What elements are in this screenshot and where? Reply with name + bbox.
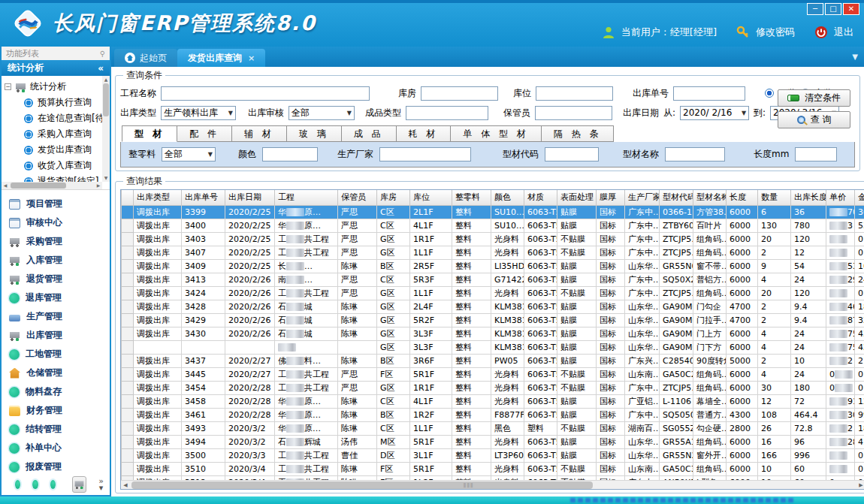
table-row[interactable]: 调拨出库34582020/2/28华原…陈琳C区4L1F整料光身料6063-T5… [122,394,864,408]
sidebar-item-项目管理[interactable]: 项目管理 [9,195,110,213]
table-row[interactable]: 调拨出库34932020/3/2华原…陈琳C区1L1F整料黑色塑料不贴膜国标湖南… [122,421,864,435]
sidebar-item-退货管理[interactable]: 退货管理 [9,270,110,288]
column-header[interactable]: 出库单号 [182,190,225,205]
tab-close-icon[interactable]: × [248,53,255,63]
row-header[interactable] [122,300,134,313]
row-header[interactable] [122,462,134,475]
table-row[interactable]: 调拨出库34942020/3/2石辉城汤伟M区5R1F整料光身料6063-T5贴… [122,435,864,448]
column-header[interactable]: 出库长度 [791,190,826,205]
column-header[interactable]: 颜色 [491,190,524,205]
table-row[interactable]: 调拨出库34242020/2/26工共工程严思G区1L1F整料光身料6063-T… [122,286,864,300]
profile-name-input[interactable] [665,147,725,161]
material-tab[interactable]: 配 件 [177,125,232,142]
column-header[interactable]: 出库日期 [225,190,275,205]
material-tab[interactable]: 辅 材 [232,125,287,142]
maximize-button[interactable]: □ [825,3,841,15]
row-header[interactable] [122,286,134,300]
table-row[interactable]: 调拨出库35002020/3/3工共工程曹佳D区3L1F整料LT3P606063… [122,448,864,462]
out-type-select[interactable]: 生产领料出库▼ [161,106,236,120]
logout-link[interactable]: 退出 [834,26,853,39]
close-button[interactable]: ✕ [843,3,859,15]
quick-module-icon[interactable] [15,480,20,489]
material-tab[interactable]: 成 品 [342,125,397,142]
radio-gongzhuang[interactable] [765,89,774,98]
scroll-down-icon[interactable]: ▼ [102,174,110,182]
out-audit-select[interactable]: 全部▼ [289,106,355,120]
tree-item[interactable]: 在途信息查询[待 [5,110,108,126]
row-header[interactable] [122,219,134,232]
product-type-input[interactable] [406,106,488,120]
table-row[interactable]: 调拨出库34282020/2/26石城陈琳G区2L4F整料KLM38176063… [122,300,864,313]
change-password-link[interactable]: 修改密码 [756,26,795,39]
material-tab[interactable]: 玻 璃 [287,125,342,142]
column-header[interactable]: 生产厂家 [625,190,660,205]
length-input[interactable] [795,147,837,161]
tree-item[interactable]: 收货入库查询 [5,158,108,174]
row-header[interactable] [122,354,134,367]
table-row[interactable]: G区3L3F整料KLM38176063-T5贴膜国标山东华…GA90M09…门下… [122,340,864,354]
location-input[interactable] [536,86,613,101]
material-tab[interactable]: 型 材 [122,125,177,142]
material-tab[interactable]: 单 体 型 材 [451,125,541,142]
sidebar-item-退库管理[interactable]: 退库管理 [9,288,110,307]
search-button[interactable]: 查 询 [778,111,850,128]
sidebar-item-出库管理[interactable]: 出库管理 [9,326,110,345]
color-input[interactable] [262,147,318,161]
scroll-right-icon[interactable]: ▶ [95,182,102,189]
table-row[interactable]: 调拨出库34002020/2/25华原…严思C区4L1F整料SU10…6063-… [122,219,864,232]
row-header[interactable] [122,381,134,394]
project-name-input[interactable] [161,86,370,101]
table-row[interactable]: 调拨出库34612020/2/28华原…陈琳B区1R2F整料F8877FT606… [122,408,864,421]
cart-module-button[interactable] [72,476,86,493]
sidebar-item-补单中心[interactable]: 补单中心 [9,439,110,457]
row-header[interactable] [122,435,134,448]
row-header[interactable] [122,340,134,354]
column-header[interactable]: 金 [855,190,864,205]
column-header[interactable]: 长度 [727,190,758,205]
tree-horizontal-scrollbar[interactable]: ◀ ▶ [2,182,102,189]
sidebar-item-入库管理[interactable]: 入库管理 [9,251,110,270]
column-header[interactable]: 保管员 [338,190,377,205]
tree-item[interactable]: 发货出库查询 [5,142,108,158]
row-header[interactable] [122,448,134,462]
table-row[interactable]: 调拨出库34092020/2/25长…陈琳B区2R5F整料LI35HD6063-… [122,259,864,273]
sidebar-item-采购管理[interactable]: 采购管理 [9,232,110,251]
scroll-left-icon[interactable]: ◀ [2,182,9,189]
section-header[interactable]: 统计分析 « [2,60,110,76]
column-header[interactable]: 表面处理 [557,190,597,205]
column-header[interactable]: 库位 [410,190,452,205]
column-header[interactable]: 数量 [758,190,791,205]
tree-root-node[interactable]: − 统计分析 [5,79,108,95]
sidebar-item-仓储管理[interactable]: 仓储管理 [9,364,110,382]
row-header[interactable] [122,232,134,246]
table-row[interactable]: 调拨出库35102020/3/4工共工程陈琳F区5R1F整料光身料6063-T5… [122,462,864,475]
keeper-input[interactable] [535,106,612,120]
row-header[interactable] [122,246,134,259]
column-header[interactable]: 整零料 [452,190,491,205]
sidebar-item-财务管理[interactable]: 财务管理 [9,401,110,420]
more-modules-button[interactable]: »▾ [98,478,104,491]
row-header[interactable] [122,313,134,327]
quick-module-icon[interactable] [32,480,38,489]
row-header[interactable] [122,327,134,340]
column-header[interactable]: 型材名称 [693,190,727,205]
row-header[interactable] [122,259,134,273]
row-header[interactable] [122,394,134,408]
grid-horizontal-scrollbar[interactable]: ◀ ⦀⦀⦀ ▶ [121,480,864,489]
row-header[interactable] [122,205,134,219]
tree-item[interactable]: 采购入库查询 [5,126,108,142]
column-header[interactable]: 单价 [826,190,855,205]
row-header[interactable] [122,421,134,435]
warehouse-input[interactable] [421,86,498,101]
scroll-left-icon[interactable]: ◀ [121,481,130,490]
table-row[interactable]: 调拨出库34302020/2/26石城陈琳G区3L3F整料KLM38176063… [122,327,864,340]
row-header[interactable] [122,367,134,381]
scroll-right-icon[interactable]: ▶ [856,481,864,490]
maker-input[interactable] [379,147,471,161]
column-header[interactable]: 膜厚 [597,190,625,205]
tree-item[interactable]: 预算执行查询 [5,95,108,110]
scroll-up-icon[interactable]: ▲ [102,76,110,83]
row-header[interactable] [122,408,134,421]
sidebar-item-生产管理[interactable]: 生产管理 [9,307,110,326]
date-from-picker[interactable]: 2020/ 2/16▼ [680,106,749,120]
